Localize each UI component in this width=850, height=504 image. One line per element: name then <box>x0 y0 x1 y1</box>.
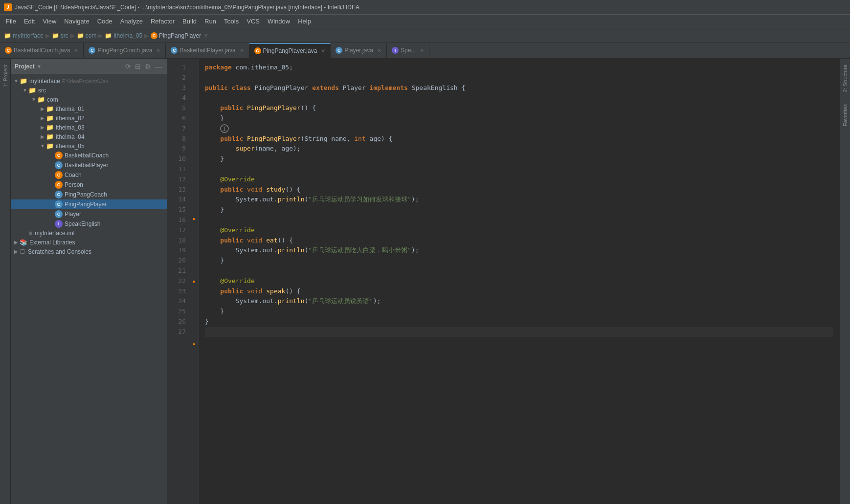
tree-label-scratches: Scratches and Consoles <box>28 248 91 255</box>
sidebar-tab-structure[interactable]: 2: Structure <box>841 61 850 96</box>
nav-pingpangplayer[interactable]: CPingPangPlayer <box>151 32 201 39</box>
folder-icon-itheima04: 📁 <box>46 133 54 140</box>
line-num: 10 <box>167 154 186 164</box>
tree-item-pingpangplayer[interactable]: C PingPangPlayer <box>11 199 167 209</box>
tree-item-pingpangcoach[interactable]: C PingPangCoach <box>11 190 167 199</box>
tree-item-itheima04[interactable]: ▶ 📁 itheima_04 <box>11 132 167 141</box>
tree-arrow-src: ▼ <box>22 88 28 93</box>
tree-item-itheima05[interactable]: ▼ 📁 itheima_05 <box>11 141 167 151</box>
gutter-13-dot[interactable]: ● <box>189 213 199 225</box>
line-num: 3 <box>167 83 186 93</box>
sidebar-tab-project[interactable]: 1: Project <box>1 61 10 91</box>
tab-close-basketballplayer[interactable]: ✕ <box>240 47 244 54</box>
gutter-16 <box>189 250 199 263</box>
tab-player[interactable]: C Player.java ✕ <box>331 43 387 58</box>
project-header-icons: ⟳ ⊟ ⚙ — <box>124 62 163 71</box>
tree-item-com[interactable]: ▼ 📁 com <box>11 95 167 104</box>
tree-item-player[interactable]: C Player <box>11 209 167 219</box>
line-num: 15 <box>167 205 186 215</box>
tree-item-itheima03[interactable]: ▶ 📁 itheima_03 <box>11 123 167 132</box>
close-panel-icon[interactable]: — <box>154 62 163 71</box>
tab-speakenglish[interactable]: I Spe... ✕ <box>387 43 429 58</box>
tree-label-src: src <box>38 87 46 94</box>
tree-item-extlibs[interactable]: ▶ 📚 External Libraries <box>11 238 167 247</box>
gutter-6 <box>189 125 199 138</box>
project-dropdown-icon[interactable]: ▾ <box>38 63 41 70</box>
tab-basketballplayer[interactable]: C BasketballPlayer.java ✕ <box>166 43 249 58</box>
code-content[interactable]: package com.itheima_05; public class Pin… <box>199 59 839 504</box>
code-line-15: } <box>205 205 833 215</box>
tree-label-basketballcoach: BasketballCoach <box>65 152 109 159</box>
tab-close-pingpangplayer[interactable]: ✕ <box>321 48 325 54</box>
tree-item-person[interactable]: C Person <box>11 180 167 190</box>
code-line-27 <box>205 327 833 337</box>
menu-vcs[interactable]: VCS <box>243 16 264 27</box>
tab-close-pingpangcoach[interactable]: ✕ <box>156 47 160 54</box>
left-sidebar: 1: Project <box>0 59 11 504</box>
tree-item-scratches[interactable]: ▶ 🗒 Scratches and Consoles <box>11 247 167 256</box>
gutter-19 <box>189 288 199 301</box>
tree-arrow-itheima03: ▶ <box>39 125 46 130</box>
menu-refactor[interactable]: Refactor <box>147 16 179 27</box>
menu-analyze[interactable]: Analyze <box>116 16 147 27</box>
tree-label-pingpangcoach: PingPangCoach <box>65 191 107 198</box>
sync-icon[interactable]: ⟳ <box>124 62 132 71</box>
nav-src[interactable]: 📁src <box>52 32 68 39</box>
settings-icon[interactable]: ⚙ <box>144 62 152 71</box>
tab-pingpangcoach[interactable]: C PingPangCoach.java ✕ <box>84 43 166 58</box>
gutter-4 <box>189 100 199 113</box>
nav-itheima05[interactable]: 📁itheima_05 <box>105 32 142 39</box>
tree-item-basketballplayer[interactable]: C BasketballPlayer <box>11 160 167 170</box>
tree-item-itheima01[interactable]: ▶ 📁 itheima_01 <box>11 104 167 113</box>
menu-view[interactable]: View <box>39 16 60 27</box>
collapse-icon[interactable]: ⊟ <box>134 62 142 71</box>
tree-arrow-itheima01: ▶ <box>39 106 46 111</box>
nav-com[interactable]: 📁com <box>77 32 97 39</box>
extlib-icon: 📚 <box>20 239 27 246</box>
line-num: 14 <box>167 195 186 205</box>
tab-pingpangplayer[interactable]: C PingPangPlayer.java ✕ <box>249 43 331 58</box>
gutter-11 <box>189 188 199 200</box>
tree-item-speakenglish[interactable]: I SpeakEnglish <box>11 219 167 229</box>
gutter-23-dot[interactable]: ● <box>189 338 199 351</box>
folder-icon-src: 📁 <box>28 87 36 94</box>
code-line-25: } <box>205 307 833 317</box>
gutter-8 <box>189 150 199 163</box>
tree-label-itheima03: itheima_03 <box>56 124 85 131</box>
tree-arrow-com: ▼ <box>30 97 37 102</box>
sidebar-tab-favorites[interactable]: Favorites <box>841 100 850 130</box>
nav-myinterface[interactable]: myInterface <box>13 32 44 39</box>
tree-item-itheima02[interactable]: ▶ 📁 itheima_02 <box>11 113 167 123</box>
tree-item-basketballcoach[interactable]: C BasketballCoach <box>11 151 167 160</box>
code-line-3: public class PingPangPlayer extends Play… <box>205 83 833 93</box>
code-line-22: @Override <box>205 276 833 286</box>
menu-run[interactable]: Run <box>201 16 220 27</box>
menu-tools[interactable]: Tools <box>220 16 243 27</box>
class-icon-player: C <box>55 210 63 218</box>
gutter-5 <box>189 112 199 125</box>
tree-arrow-itheima02: ▶ <box>39 115 46 121</box>
line-num: 13 <box>167 185 186 195</box>
tree-item-myinterface[interactable]: ▼ 📁 myInterface E:\IdeaProjects\Jav <box>11 76 167 86</box>
menu-navigate[interactable]: Navigate <box>60 16 93 27</box>
tree-item-src[interactable]: ▼ 📁 src <box>11 86 167 95</box>
tab-basketballcoach[interactable]: C BasketballCoach.java ✕ <box>0 43 84 58</box>
tree-item-coach[interactable]: C Coach <box>11 170 167 180</box>
code-line-16 <box>205 215 833 225</box>
tab-close-speakenglish[interactable]: ✕ <box>420 47 424 54</box>
menu-file[interactable]: File <box>2 16 20 27</box>
tree-label-coach: Coach <box>65 172 82 178</box>
gutter-18-dot[interactable]: ● <box>189 275 199 288</box>
menu-edit[interactable]: Edit <box>20 16 39 27</box>
menu-help[interactable]: Help <box>294 16 315 27</box>
menu-build[interactable]: Build <box>179 16 201 27</box>
menu-window[interactable]: Window <box>264 16 294 27</box>
menu-code[interactable]: Code <box>93 16 116 27</box>
tab-close-basketballcoach[interactable]: ✕ <box>74 47 78 54</box>
tab-close-player[interactable]: ✕ <box>377 47 381 54</box>
code-line-2 <box>205 73 833 83</box>
tree-item-iml[interactable]: ⚙ myInterface.iml <box>11 229 167 238</box>
nav-bar: 📁 myInterface ▶ 📁src ▶ 📁com ▶ 📁itheima_0… <box>0 28 850 43</box>
code-line-10: } <box>205 154 833 164</box>
editor[interactable]: 1 2 3 4 5 6 7 8 9 10 11 12 13 14 15 16 1… <box>167 59 839 504</box>
